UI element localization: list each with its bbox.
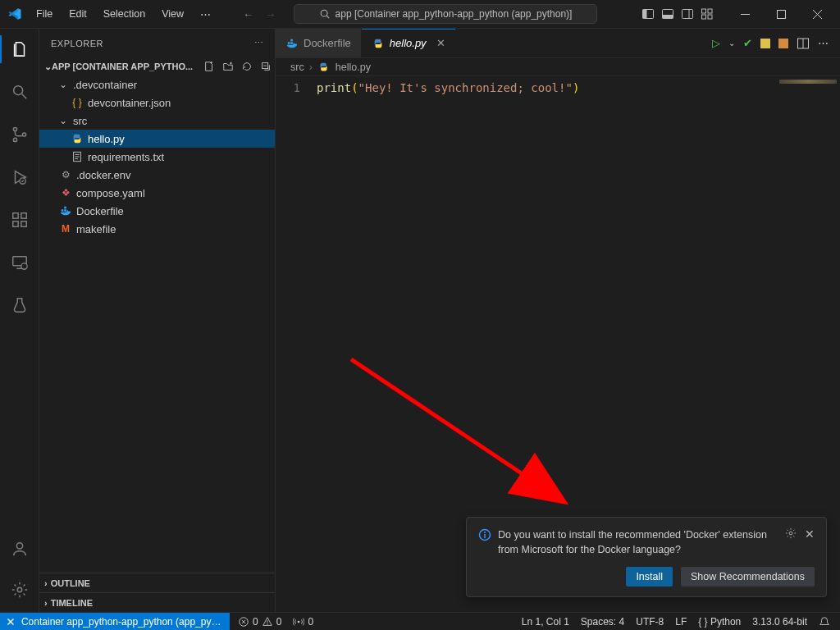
- timeline-label: TIMELINE: [51, 598, 93, 608]
- status-bar: Container app_python-app_python (app_pyt…: [0, 612, 840, 630]
- chevron-right-icon: ›: [309, 62, 313, 73]
- recommendation-toast: Do you want to install the recommended '…: [466, 517, 827, 597]
- outline-label: OUTLINE: [51, 578, 90, 588]
- close-button[interactable]: [799, 0, 835, 29]
- file-docker-env[interactable]: ⚙ .docker.env: [39, 166, 275, 184]
- menu-selection[interactable]: Selection: [96, 5, 153, 24]
- svg-rect-22: [12, 213, 17, 218]
- explorer-more-icon[interactable]: ⋯: [254, 38, 264, 48]
- svg-line-17: [21, 94, 26, 99]
- notifications-icon[interactable]: [819, 616, 830, 628]
- split-editor-icon[interactable]: [797, 37, 810, 50]
- activity-settings-icon[interactable]: [0, 576, 39, 604]
- install-button[interactable]: Install: [626, 567, 673, 587]
- problems-indicator[interactable]: 0 0: [238, 616, 281, 628]
- error-count: 0: [253, 616, 258, 628]
- file-requirements-txt[interactable]: requirements.txt: [39, 148, 275, 166]
- activity-remote-explorer-icon[interactable]: [0, 249, 39, 276]
- file-hello-py[interactable]: hello.py: [39, 130, 275, 148]
- activity-testing-icon[interactable]: [0, 291, 39, 319]
- token-string: "Hey! It's synchronized; cool!": [358, 81, 573, 94]
- token-function: print: [317, 81, 351, 94]
- code-line[interactable]: print("Hey! It's synchronized; cool!"): [317, 80, 579, 96]
- refresh-icon[interactable]: [241, 61, 253, 72]
- activity-extensions-icon[interactable]: [0, 206, 39, 234]
- activity-accounts-icon[interactable]: [0, 535, 39, 563]
- run-chevron-icon[interactable]: ⌄: [728, 39, 735, 48]
- remote-indicator[interactable]: Container app_python-app_python (app_pyt…: [0, 613, 230, 630]
- activity-debug-icon[interactable]: [0, 163, 39, 191]
- new-folder-icon[interactable]: [222, 61, 234, 72]
- workspace-root[interactable]: ⌄ APP [CONTAINER APP_PYTHO...: [39, 57, 275, 75]
- tab-dockerfile[interactable]: Dockerfile: [276, 29, 362, 57]
- file-dockerfile[interactable]: Dockerfile: [39, 202, 275, 220]
- svg-rect-9: [708, 9, 712, 13]
- activity-scm-icon[interactable]: [0, 121, 39, 148]
- panel-left-icon[interactable]: [641, 7, 655, 21]
- nav-back-icon[interactable]: ←: [243, 8, 253, 21]
- language-mode[interactable]: { } Python: [698, 616, 741, 628]
- check-icon[interactable]: ✔: [743, 37, 752, 49]
- command-center-text: app [Container app_python-app_python (ap…: [336, 8, 573, 20]
- file-makefile[interactable]: M makefile: [39, 220, 275, 238]
- show-recommendations-button[interactable]: Show Recommendations: [681, 567, 815, 587]
- compose-icon: ❖: [59, 186, 72, 199]
- ports-indicator[interactable]: 0: [293, 616, 313, 628]
- toast-message: Do you want to install the recommended '…: [498, 527, 778, 557]
- close-icon[interactable]: ✕: [805, 527, 815, 541]
- python-interpreter[interactable]: 3.13.0 64-bit: [752, 616, 807, 628]
- nav-forward-icon[interactable]: →: [265, 8, 276, 21]
- explorer-tree: ⌄ APP [CONTAINER APP_PYTHO... ⌄ .devcont…: [39, 57, 275, 573]
- svg-point-0: [321, 10, 327, 16]
- customize-layout-icon[interactable]: [701, 7, 714, 21]
- menu-edit[interactable]: Edit: [62, 5, 94, 24]
- gear-icon[interactable]: [785, 527, 797, 539]
- svg-point-55: [298, 620, 300, 623]
- breadcrumb-seg[interactable]: src: [290, 62, 304, 73]
- minimap[interactable]: [779, 80, 837, 96]
- collapse-all-icon[interactable]: [260, 61, 272, 72]
- svg-point-18: [13, 127, 16, 130]
- docker-icon: [59, 204, 72, 217]
- folder-src[interactable]: ⌄ src: [39, 112, 275, 130]
- command-center[interactable]: app [Container app_python-app_python (ap…: [294, 4, 597, 24]
- file-devcontainer-json[interactable]: { } devcontainer.json: [39, 94, 275, 112]
- run-icon[interactable]: ▷: [712, 37, 720, 49]
- panel-right-icon[interactable]: [681, 7, 694, 21]
- compare-changes-alt-icon[interactable]: [778, 39, 788, 48]
- editor-tabs: Dockerfile hello.py ✕ ▷ ⌄ ✔ ⋯: [276, 29, 840, 58]
- new-file-icon[interactable]: [203, 61, 215, 72]
- panel-bottom-icon[interactable]: [661, 7, 674, 21]
- breadcrumb[interactable]: src › hello.py: [276, 58, 840, 76]
- minimize-button[interactable]: [727, 0, 763, 29]
- svg-point-19: [13, 138, 16, 141]
- menu-more[interactable]: ⋯: [193, 5, 218, 24]
- encoding[interactable]: UTF-8: [636, 616, 664, 628]
- svg-point-49: [789, 532, 792, 535]
- indentation[interactable]: Spaces: 4: [581, 616, 624, 628]
- eol[interactable]: LF: [675, 616, 687, 628]
- file-compose-yaml[interactable]: ❖ compose.yaml: [39, 184, 275, 202]
- menubar: File Edit Selection View ⋯: [29, 5, 218, 24]
- folder-devcontainer[interactable]: ⌄ .devcontainer: [39, 75, 275, 94]
- compare-changes-icon[interactable]: [760, 39, 770, 48]
- timeline-section[interactable]: ›TIMELINE: [39, 592, 275, 612]
- explorer-title: EXPLORER: [51, 39, 103, 48]
- cursor-position[interactable]: Ln 1, Col 1: [522, 616, 569, 628]
- outline-section[interactable]: ›OUTLINE: [39, 573, 275, 592]
- vscode-logo-icon: [0, 7, 29, 21]
- menu-view[interactable]: View: [154, 5, 191, 24]
- json-icon: { }: [71, 96, 84, 109]
- activity-search-icon[interactable]: [0, 78, 39, 106]
- ports-count: 0: [308, 616, 313, 628]
- menu-file[interactable]: File: [29, 5, 60, 24]
- more-actions-icon[interactable]: ⋯: [818, 37, 829, 49]
- token-paren: ): [573, 81, 579, 94]
- tab-hello-py[interactable]: hello.py ✕: [362, 29, 456, 57]
- activity-explorer-icon[interactable]: [0, 35, 39, 63]
- workspace-root-label: APP [CONTAINER APP_PYTHO...: [52, 62, 193, 71]
- svg-point-47: [484, 532, 486, 533]
- close-icon[interactable]: ✕: [436, 37, 445, 49]
- maximize-button[interactable]: [763, 0, 799, 29]
- breadcrumb-seg[interactable]: hello.py: [336, 62, 371, 73]
